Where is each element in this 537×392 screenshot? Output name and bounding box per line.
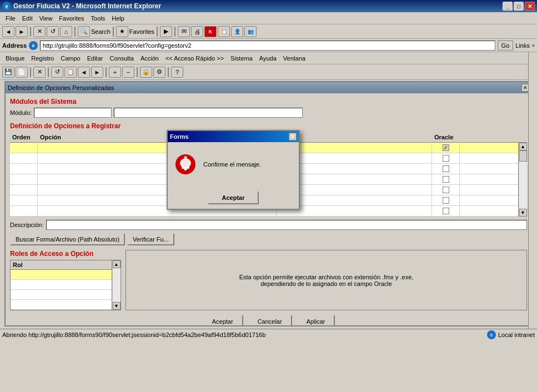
cell-titulo[interactable] — [277, 195, 432, 205]
cell-oracle[interactable] — [432, 185, 460, 195]
cell-orden[interactable] — [10, 195, 38, 205]
app-menu-acceso-rapido[interactable]: << Acceso Rápido >> — [162, 54, 227, 63]
cell-titulo[interactable] — [277, 206, 432, 216]
stop-button[interactable]: ✕ — [33, 26, 46, 37]
app-btn-cancel[interactable]: ✕ — [33, 67, 46, 78]
cell-titulo[interactable] — [277, 153, 432, 163]
app-btn-prev[interactable]: ◄ — [78, 67, 90, 78]
app-menu-bloque[interactable]: Bloque — [2, 54, 28, 63]
app-menu-editar[interactable]: Editar — [84, 54, 107, 63]
cell-orden[interactable] — [10, 185, 38, 195]
cell-orden[interactable] — [10, 153, 38, 163]
app-menu-campo[interactable]: Campo — [57, 54, 83, 63]
app-menu-ventana[interactable]: Ventana — [280, 54, 309, 63]
oracle-checkbox[interactable] — [443, 208, 449, 214]
cell-orden[interactable] — [10, 174, 38, 184]
links-label[interactable]: Links — [515, 42, 530, 49]
scroll-thumb[interactable] — [519, 150, 527, 162]
print-button[interactable]: 🖨 — [191, 26, 203, 37]
roles-row[interactable] — [11, 290, 112, 300]
refresh-button[interactable]: ↺ — [47, 26, 59, 37]
cell-oracle[interactable] — [432, 174, 460, 184]
back-button[interactable]: ◄ — [2, 26, 14, 37]
cell-orden[interactable] — [10, 164, 38, 174]
modal-aceptar-button[interactable]: Aceptar — [208, 191, 259, 204]
app-btn-refresh[interactable]: ↺ — [51, 67, 63, 78]
menu-file[interactable]: File — [2, 14, 19, 23]
app-btn-insert[interactable]: + — [109, 67, 121, 78]
oracle-checkbox[interactable]: ✓ — [443, 144, 449, 151]
address-input[interactable] — [40, 41, 495, 51]
app-btn-next[interactable]: ► — [91, 67, 103, 78]
cell-titulo[interactable] — [277, 174, 432, 184]
roles-row[interactable] — [11, 280, 112, 290]
roles-row[interactable] — [11, 270, 112, 280]
app-btn-save[interactable]: 💾 — [2, 67, 14, 78]
btn-extra2[interactable]: 👤 — [231, 26, 243, 37]
cell-oracle[interactable]: ✓ — [432, 143, 460, 153]
roles-scroll-down[interactable]: ▼ — [113, 302, 121, 310]
cell-oracle[interactable] — [432, 206, 460, 216]
forward-button[interactable]: ► — [16, 26, 28, 37]
app-btn-help[interactable]: ? — [171, 67, 183, 78]
search-icon-btn[interactable]: 🔍 — [78, 26, 90, 37]
btn-extra1[interactable]: 📋 — [218, 26, 230, 37]
oracle-checkbox[interactable] — [443, 176, 449, 183]
oracle-checkbox[interactable] — [443, 155, 449, 162]
form-aplicar-button[interactable]: Aplicar — [297, 315, 335, 325]
oracle-checkbox[interactable] — [443, 187, 449, 193]
module-input[interactable] — [34, 108, 112, 118]
mail-button[interactable]: ✉ — [178, 26, 190, 37]
table-scrollbar[interactable]: ▲ ▼ — [518, 143, 527, 217]
form-cancelar-button[interactable]: Cancelar — [248, 315, 292, 325]
app-btn-copy[interactable]: 📋 — [64, 67, 77, 78]
minimize-button[interactable]: _ — [503, 2, 513, 11]
close-browser-button[interactable]: ✕ — [525, 2, 535, 11]
app-menu-accion[interactable]: Acción — [137, 54, 162, 63]
app-menu-consulta[interactable]: Consulta — [106, 54, 137, 63]
cell-titulo[interactable] — [277, 164, 432, 174]
restore-button[interactable]: □ — [514, 2, 524, 11]
roles-scroll-up[interactable]: ▲ — [113, 260, 121, 268]
scroll-down-button[interactable]: ▼ — [519, 209, 527, 217]
oracle-checkbox[interactable] — [443, 165, 449, 172]
home-button[interactable]: ⌂ — [60, 26, 72, 37]
cell-orden[interactable] — [10, 206, 38, 216]
menu-favorites[interactable]: Favorites — [56, 14, 87, 23]
toolbar-separator-5 — [174, 27, 175, 37]
description-input[interactable] — [46, 220, 527, 230]
cell-oracle[interactable] — [432, 164, 460, 174]
app-btn-exec[interactable]: ⚙ — [153, 67, 165, 78]
btn-extra3[interactable]: 👥 — [244, 26, 257, 37]
module-combo[interactable] — [114, 108, 303, 118]
app-btn-new[interactable]: 📄 — [16, 67, 28, 78]
menu-help[interactable]: Help — [108, 14, 128, 23]
verificar-button[interactable]: Verificar Fu... — [127, 233, 174, 245]
roles-scrollbar[interactable]: ▲ ▼ — [112, 260, 121, 310]
menu-view[interactable]: View — [36, 14, 56, 23]
cell-oracle[interactable] — [432, 195, 460, 205]
modal-close-button[interactable]: ✕ — [289, 133, 297, 140]
app-menu-registro[interactable]: Registro — [28, 54, 57, 63]
cell-oracle[interactable] — [432, 153, 460, 163]
oracle-checkbox[interactable] — [443, 197, 449, 204]
go-button[interactable]: Go — [498, 41, 514, 51]
ie-scrollbar[interactable] — [528, 52, 537, 329]
favorites-button[interactable]: ★ — [116, 26, 128, 37]
app-menu-ayuda[interactable]: Ayuda — [256, 54, 280, 63]
kaspersky-button[interactable]: K — [204, 26, 217, 37]
app-btn-delete[interactable]: − — [122, 67, 134, 78]
form-aceptar-button[interactable]: Aceptar — [202, 315, 243, 325]
roles-row[interactable] — [11, 300, 112, 310]
cell-orden[interactable] — [10, 143, 38, 153]
buscar-button[interactable]: Buscar Forma/Archivo (Path Absoluto) — [10, 233, 125, 245]
app-btn-lock[interactable]: 🔒 — [140, 67, 152, 78]
description-row: Descripción: — [10, 220, 527, 230]
menu-tools[interactable]: Tools — [88, 14, 109, 23]
menu-edit[interactable]: Edit — [19, 14, 36, 23]
cell-titulo[interactable] — [277, 185, 432, 195]
app-menu-sistema[interactable]: Sistema — [227, 54, 256, 63]
cell-titulo[interactable] — [277, 143, 432, 153]
scroll-up-button[interactable]: ▲ — [519, 143, 527, 150]
media-button[interactable]: ▶ — [160, 26, 172, 37]
